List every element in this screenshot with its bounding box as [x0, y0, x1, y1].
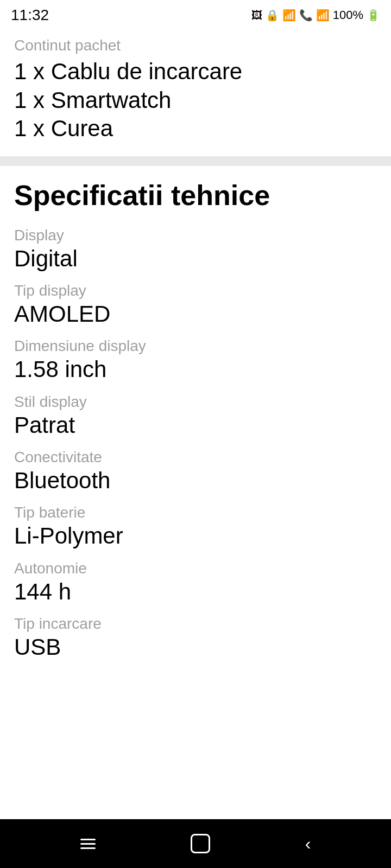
spec-item: Tip baterie Li-Polymer	[14, 504, 377, 550]
spec-item: Dimensiune display 1.58 inch	[14, 337, 377, 383]
status-time: 11:32	[11, 7, 49, 24]
status-icons: 🖼 🔒 📶 📞 📶 100% 🔋	[251, 8, 380, 22]
spec-label: Dimensiune display	[14, 337, 377, 355]
spec-label: Tip display	[14, 282, 377, 299]
spec-item: Autonomie 144 h	[14, 560, 377, 605]
spec-item: Stil display Patrat	[14, 393, 377, 439]
signal-icon: 📶	[316, 9, 330, 22]
spec-label: Conectivitate	[14, 449, 377, 466]
back-button[interactable]: ‹	[305, 834, 311, 854]
wifi-icon: 📶	[282, 9, 296, 22]
spec-item: Tip display AMOLED	[14, 282, 377, 328]
battery-percent: 100%	[333, 8, 363, 22]
battery-icon: 🔋	[367, 9, 380, 22]
recents-button[interactable]	[80, 839, 96, 849]
package-section: Continut pachet 1 x Cablu de incarcare 1…	[0, 28, 391, 156]
spec-value: 144 h	[14, 578, 377, 605]
specs-section: Specificatii tehnice Display Digital Tip…	[0, 166, 391, 682]
package-label: Continut pachet	[14, 37, 377, 54]
spec-label: Tip baterie	[14, 504, 377, 521]
section-divider	[0, 156, 391, 166]
home-button[interactable]	[191, 834, 210, 853]
list-item: 1 x Cablu de incarcare	[14, 58, 377, 86]
spec-value: 1.58 inch	[14, 356, 377, 383]
spec-value: Li-Polymer	[14, 522, 377, 550]
spec-item: Display Digital	[14, 227, 377, 272]
specs-title: Specificatii tehnice	[14, 179, 377, 212]
status-bar: 11:32 🖼 🔒 📶 📞 📶 100% 🔋	[0, 0, 391, 28]
spec-item: Conectivitate Bluetooth	[14, 449, 377, 494]
spec-label: Tip incarcare	[14, 615, 377, 633]
spec-value: Patrat	[14, 412, 377, 439]
spec-value: Bluetooth	[14, 467, 377, 494]
package-items: 1 x Cablu de incarcare 1 x Smartwatch 1 …	[14, 58, 377, 143]
spec-value: USB	[14, 634, 377, 661]
spec-value: Digital	[14, 245, 377, 272]
spec-value: AMOLED	[14, 301, 377, 328]
gallery-icon: 🖼	[251, 9, 262, 22]
call-icon: 📞	[299, 9, 313, 22]
spec-item: Tip incarcare USB	[14, 615, 377, 661]
spec-label: Autonomie	[14, 560, 377, 577]
spec-label: Display	[14, 227, 377, 244]
list-item: 1 x Curea	[14, 114, 377, 143]
spec-label: Stil display	[14, 393, 377, 411]
list-item: 1 x Smartwatch	[14, 86, 377, 115]
content-area: Continut pachet 1 x Cablu de incarcare 1…	[0, 28, 391, 819]
lock-icon: 🔒	[266, 9, 279, 22]
navigation-bar: ‹	[0, 819, 391, 868]
specs-list: Display Digital Tip display AMOLED Dimen…	[14, 227, 377, 661]
